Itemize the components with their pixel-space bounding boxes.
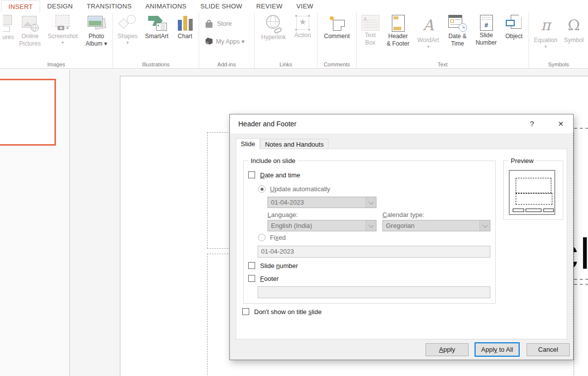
ribbon-group-symbols: π Equation▾ Ω Symbol Symbols: [529, 12, 588, 68]
ribbon-tab-bar: INSERT DESIGN TRANSITIONS ANIMATIONS SLI…: [0, 0, 588, 12]
tab-insert[interactable]: INSERT: [1, 0, 40, 12]
footer-label[interactable]: Footer: [260, 275, 279, 282]
header-footer-dialog: Header and Footer ? ✕ Slide Notes and Ha…: [229, 114, 574, 360]
ribbon-button-equation[interactable]: π Equation▾: [531, 12, 561, 58]
placeholder-edge-fragment-mid: [574, 279, 588, 280]
preview-thumbnail: [509, 170, 555, 215]
group-label-illustrations: Illustrations: [113, 61, 199, 67]
tab-transitions[interactable]: TRANSITIONS: [80, 0, 139, 12]
update-automatically-label[interactable]: Update automatically: [270, 185, 330, 193]
action-icon: ★: [295, 15, 310, 31]
date-and-time-label[interactable]: Date and time: [260, 171, 300, 179]
group-label-addins: Add-ins: [199, 61, 254, 67]
photo-album-icon: [88, 15, 106, 32]
ribbon-button-header-footer[interactable]: Header& Footer: [383, 12, 414, 58]
dialog-tab-slide[interactable]: Slide: [236, 138, 260, 149]
ribbon-button-date-time[interactable]: Date &Time: [443, 12, 472, 58]
date-time-icon: [448, 15, 467, 32]
ribbon-button-slide-number[interactable]: # SlideNumber: [472, 12, 501, 58]
tab-slide-show[interactable]: SLIDE SHOW: [194, 0, 250, 12]
equation-icon: π: [541, 15, 551, 36]
include-on-slide-legend: Include on slide: [248, 157, 298, 164]
ribbon-button-photo-album[interactable]: PhotoAlbum ▾: [81, 12, 112, 58]
preview-legend: Preview: [508, 157, 536, 164]
calendar-type-label: Calendar type:: [382, 211, 425, 218]
header-footer-icon: [392, 15, 405, 32]
wordart-icon: A: [423, 15, 434, 36]
dont-show-on-title-slide-label[interactable]: Don't show on title slide: [254, 308, 321, 316]
tab-view[interactable]: VIEW: [289, 0, 320, 12]
ribbon-group-addins: Store My Apps ▾ Add-ins: [199, 12, 255, 68]
footer-text-input[interactable]: [258, 286, 490, 298]
apply-button[interactable]: Apply: [426, 343, 469, 356]
fixed-date-input[interactable]: 01-04-2023: [258, 246, 490, 258]
ribbon-button-action[interactable]: ★ Action: [290, 12, 315, 58]
ribbon-button-my-apps[interactable]: My Apps ▾: [205, 37, 245, 45]
language-dropdown[interactable]: English (India): [267, 220, 376, 231]
ribbon-button-object[interactable]: Object: [501, 12, 528, 58]
tab-animations[interactable]: ANIMATIONS: [139, 0, 194, 12]
dont-show-on-title-slide-checkbox[interactable]: [242, 308, 249, 315]
dialog-tab-notes-handouts[interactable]: Notes and Handouts: [260, 139, 329, 149]
ribbon-button-comment[interactable]: ✹ Comment: [320, 12, 354, 58]
symbol-icon: Ω: [568, 15, 580, 36]
smartart-icon: [147, 15, 167, 32]
apply-to-all-button[interactable]: Apply to All: [475, 342, 520, 357]
powerpoint-window: INSERT DESIGN TRANSITIONS ANIMATIONS SLI…: [0, 0, 588, 376]
group-label-symbols: Symbols: [529, 61, 588, 67]
dropdown-arrow-icon: [480, 220, 490, 231]
close-icon[interactable]: ✕: [553, 114, 569, 133]
dropdown-arrow-icon: [366, 220, 376, 231]
ribbon-button-text-box[interactable]: A TextBox: [358, 12, 383, 58]
group-label-text: Text: [357, 61, 529, 67]
ribbon-group-text: A TextBox Header& Footer A WordArt▾ Date…: [357, 12, 529, 68]
ribbon-button-hyperlink[interactable]: Hyperlink: [257, 12, 290, 58]
dropdown-arrow-icon: [366, 197, 376, 208]
ribbon: ures OnlinePictures + Screenshot▾ PhotoA…: [0, 12, 588, 69]
ribbon-group-illustrations: Shapes▾ SmartArt Chart Illustrations: [113, 12, 199, 68]
shapes-icon: [119, 15, 137, 32]
include-on-slide-group: Include on slide: [243, 161, 496, 304]
ribbon-button-pictures-partial[interactable]: ures: [1, 12, 16, 58]
ribbon-button-symbol[interactable]: Ω Symbol: [561, 12, 587, 58]
online-pictures-icon: [22, 15, 39, 32]
date-and-time-checkbox[interactable]: [248, 171, 255, 178]
comment-icon: ✹: [329, 15, 345, 32]
auto-date-dropdown[interactable]: 01-04-2023: [267, 197, 376, 208]
slide-number-checkbox[interactable]: [248, 262, 255, 269]
ribbon-button-smartart[interactable]: SmartArt: [141, 12, 173, 58]
update-automatically-radio[interactable]: [258, 185, 266, 193]
slide-number-label[interactable]: Slide number: [260, 262, 298, 269]
placeholder-edge-fragment-top: [574, 128, 588, 129]
object-icon: [506, 15, 523, 32]
ribbon-group-images: ures OnlinePictures + Screenshot▾ PhotoA…: [0, 12, 113, 68]
dialog-tab-strip: Slide Notes and Handouts: [236, 138, 328, 149]
text-box-icon: A: [362, 15, 379, 31]
hyperlink-icon: [265, 15, 282, 33]
ribbon-button-chart[interactable]: Chart: [173, 12, 198, 58]
preview-footer-area: [526, 209, 541, 212]
language-label: Language:: [267, 211, 298, 218]
ribbon-button-wordart[interactable]: A WordArt▾: [414, 12, 443, 58]
ribbon-button-shapes[interactable]: Shapes▾: [114, 12, 141, 58]
calendar-type-dropdown[interactable]: Gregorian: [382, 220, 490, 231]
slide-thumbnail-1[interactable]: [0, 79, 56, 146]
dialog-tab-page: Include on slide Date and time Update au…: [236, 149, 567, 339]
footer-checkbox[interactable]: [248, 275, 255, 282]
dialog-title-bar: Header and Footer ? ✕: [230, 114, 573, 133]
tab-review[interactable]: REVIEW: [249, 0, 289, 12]
ribbon-button-store[interactable]: Store: [205, 19, 232, 28]
ribbon-group-links: Hyperlink ★ Action Links: [255, 12, 318, 68]
placeholder-edge-fragment-bottom: [574, 284, 588, 285]
help-icon[interactable]: ?: [526, 114, 538, 133]
tab-design[interactable]: DESIGN: [40, 0, 80, 12]
ribbon-group-comments: ✹ Comment Comments: [318, 12, 357, 68]
ribbon-button-screenshot[interactable]: + Screenshot▾: [45, 12, 81, 58]
slide-number-icon: #: [480, 15, 493, 31]
fixed-label[interactable]: Fixed: [270, 234, 286, 241]
chart-icon: [177, 15, 194, 32]
cancel-button[interactable]: Cancel: [527, 343, 570, 356]
fixed-radio[interactable]: [258, 234, 266, 241]
ribbon-button-online-pictures[interactable]: OnlinePictures: [16, 12, 45, 58]
dialog-title: Header and Footer: [238, 114, 297, 133]
